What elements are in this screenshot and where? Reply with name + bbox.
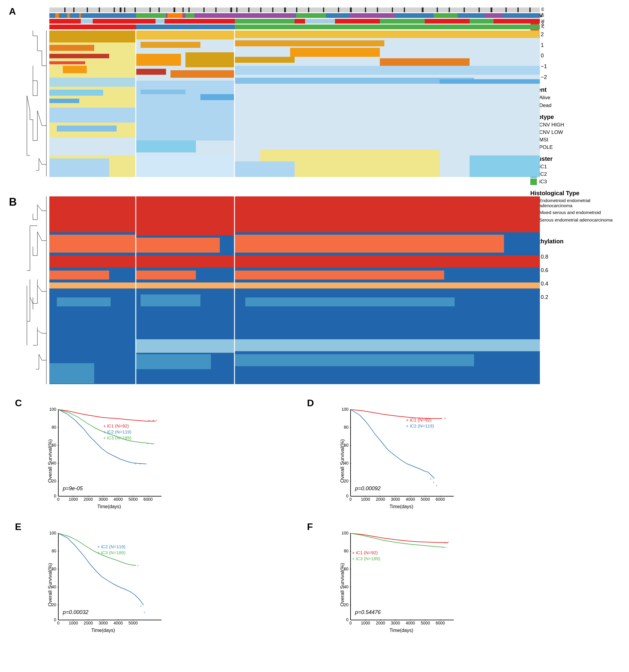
svg-rect-178 [136, 196, 235, 235]
svg-text:1000: 1000 [69, 497, 78, 502]
svg-rect-112 [136, 54, 181, 66]
svg-rect-189 [235, 196, 540, 232]
svg-rect-132 [235, 162, 295, 177]
svg-rect-25 [338, 7, 339, 12]
svg-rect-122 [235, 30, 540, 38]
panel-f: F Overall Survival(%) 100 80 60 40 20 0 [319, 524, 602, 639]
svg-rect-67 [49, 25, 136, 29]
svg-rect-103 [49, 90, 103, 96]
panel-b: B [9, 196, 521, 387]
svg-text:+: + [148, 419, 150, 422]
icluster-bar: iCluster [49, 24, 544, 29]
svg-text:3000: 3000 [391, 621, 400, 625]
svg-rect-102 [49, 78, 136, 87]
svg-rect-99 [49, 54, 109, 58]
svg-text:+: + [137, 564, 139, 567]
panel-e-chart: 100 80 60 40 20 0 0 1000 2000 3000 4000 [45, 530, 164, 638]
svg-text:+: + [139, 462, 141, 465]
svg-text:+: + [444, 541, 446, 544]
panel-d-y-label: Overall Survival(%) [339, 439, 345, 482]
svg-text:0: 0 [54, 494, 56, 498]
svg-text:Event: Event [541, 7, 544, 11]
svg-text:+: + [153, 419, 154, 422]
svg-text:0: 0 [54, 617, 56, 622]
panel-b-label: B [9, 196, 17, 208]
svg-text:0: 0 [346, 617, 348, 622]
svg-text:80: 80 [344, 425, 348, 430]
svg-text:80: 80 [51, 549, 56, 553]
svg-rect-38 [517, 7, 519, 12]
svg-rect-186 [136, 372, 235, 384]
svg-rect-12 [183, 7, 184, 12]
methylation-ic1 [49, 196, 136, 384]
svg-text:Histological Type: Histological Type [541, 19, 544, 23]
panel-a-svg: Event [21, 6, 544, 191]
svg-line-143 [38, 232, 42, 241]
svg-rect-118 [201, 94, 235, 100]
svg-rect-24 [323, 7, 324, 12]
svg-rect-28 [377, 7, 378, 12]
svg-rect-198 [235, 366, 540, 384]
svg-text:p=0.00092: p=0.00092 [355, 485, 381, 491]
svg-rect-106 [57, 125, 117, 131]
svg-rect-193 [235, 283, 540, 288]
svg-rect-46 [136, 13, 166, 18]
svg-text:0: 0 [349, 497, 352, 502]
svg-text:+: + [440, 417, 442, 420]
svg-rect-18 [248, 7, 250, 12]
panel-f-chart: 100 80 60 40 20 0 0 1000 2000 3000 4000 [337, 530, 457, 638]
svg-rect-33 [449, 7, 450, 12]
svg-rect-126 [380, 58, 470, 66]
svg-rect-34 [464, 7, 465, 12]
svg-rect-16 [230, 7, 232, 12]
svg-rect-48 [185, 13, 194, 18]
panel-e: E Overall Survival(%) 100 80 60 40 20 0 [27, 524, 310, 639]
svg-rect-58 [81, 19, 93, 24]
svg-rect-21 [284, 7, 286, 12]
svg-rect-128 [235, 78, 474, 84]
svg-text:+: + [445, 546, 447, 549]
svg-rect-22 [296, 7, 297, 12]
svg-text:2000: 2000 [376, 497, 385, 502]
svg-text:+ iC3 (N=189): + iC3 (N=189) [103, 435, 131, 440]
svg-text:100: 100 [341, 407, 348, 412]
svg-rect-117 [141, 90, 185, 94]
svg-rect-120 [136, 155, 235, 177]
svg-rect-31 [422, 7, 423, 12]
svg-text:+ iC2 (N=119): + iC2 (N=119) [97, 544, 125, 549]
svg-rect-195 [245, 297, 455, 306]
svg-text:6000: 6000 [436, 621, 445, 625]
svg-rect-174 [57, 297, 111, 306]
svg-rect-97 [49, 30, 136, 43]
cnv-heatmap-ic3 [235, 30, 540, 177]
svg-text:Time(days): Time(days) [390, 628, 413, 633]
svg-rect-59 [136, 19, 235, 24]
svg-text:6000: 6000 [436, 497, 445, 502]
svg-rect-17 [236, 7, 237, 12]
svg-rect-181 [136, 270, 196, 280]
svg-rect-32 [437, 7, 438, 12]
dendrogram-b [27, 196, 46, 384]
svg-rect-64 [380, 19, 425, 24]
svg-rect-180 [136, 256, 235, 267]
svg-text:Time(days): Time(days) [390, 504, 413, 509]
svg-rect-15 [215, 7, 216, 12]
svg-rect-47 [167, 13, 183, 18]
cnv-heatmap-ic1 [49, 30, 136, 177]
panel-b-svg [21, 196, 544, 387]
svg-text:+: + [433, 481, 435, 484]
svg-text:4000: 4000 [113, 497, 123, 502]
svg-rect-69 [235, 25, 540, 29]
svg-rect-5 [114, 7, 115, 12]
svg-text:Time(days): Time(days) [97, 504, 121, 509]
svg-rect-119 [136, 141, 196, 152]
panel-c-label: C [15, 398, 22, 409]
svg-rect-42 [55, 13, 59, 18]
methylation-ic3 [235, 196, 540, 384]
svg-text:0: 0 [349, 621, 352, 625]
svg-rect-65 [470, 19, 493, 24]
svg-rect-4 [99, 7, 100, 12]
svg-text:100: 100 [49, 407, 56, 412]
svg-rect-187 [136, 339, 235, 353]
svg-rect-68 [136, 25, 235, 29]
